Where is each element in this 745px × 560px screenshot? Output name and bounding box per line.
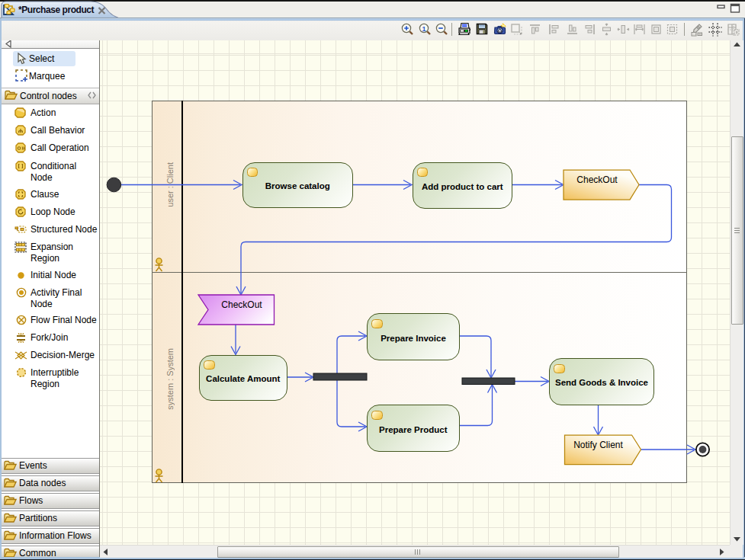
svg-text:CheckOut: CheckOut bbox=[576, 174, 618, 185]
svg-text:CheckOut: CheckOut bbox=[221, 299, 262, 310]
svg-text:1: 1 bbox=[422, 25, 425, 33]
svg-text:Notify Client: Notify Client bbox=[573, 440, 623, 450]
